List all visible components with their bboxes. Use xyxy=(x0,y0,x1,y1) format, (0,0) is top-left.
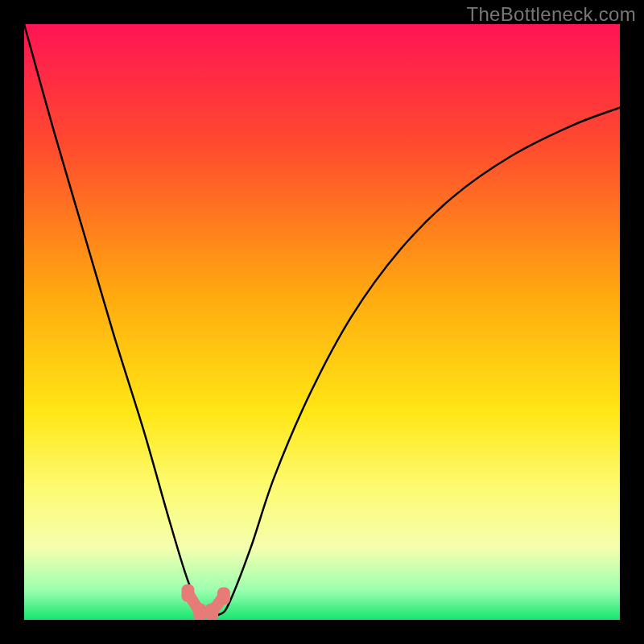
marker-point xyxy=(205,603,218,620)
marker-point xyxy=(193,603,206,620)
watermark-text: TheBottleneck.com xyxy=(466,3,636,26)
chart-canvas: TheBottleneck.com xyxy=(0,0,644,644)
marker-point xyxy=(217,587,230,605)
gradient-backdrop xyxy=(24,24,620,620)
plot-area xyxy=(24,24,620,620)
plot-svg xyxy=(24,24,620,620)
marker-point xyxy=(182,584,195,602)
